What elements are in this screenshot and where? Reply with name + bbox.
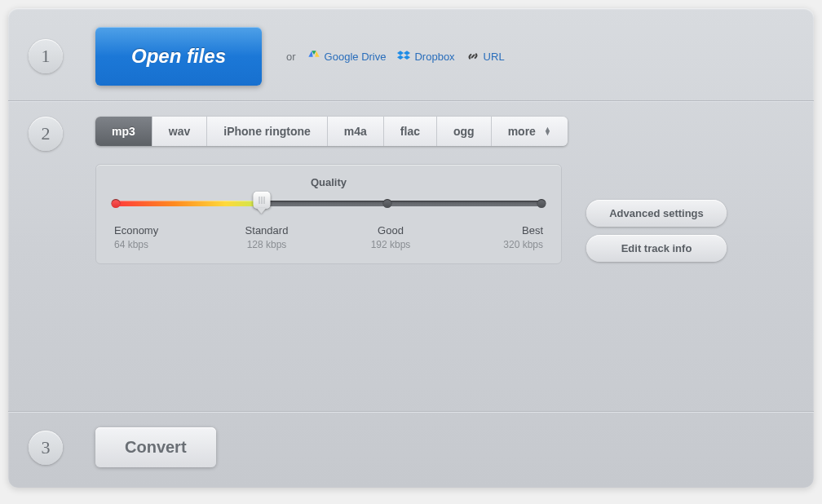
google-drive-label: Google Drive — [325, 51, 387, 63]
step-number-3: 3 — [29, 431, 63, 465]
step-number-1: 1 — [29, 39, 63, 73]
step-2-side-buttons: Advanced settings Edit track info — [586, 200, 727, 264]
quality-bitrate: 64 kbps — [114, 239, 171, 250]
quality-title: Quality — [114, 176, 543, 188]
slider-fill — [116, 201, 262, 206]
format-tab-ogg[interactable]: ogg — [437, 117, 492, 146]
url-label: URL — [484, 51, 505, 63]
format-tab-m4a[interactable]: m4a — [328, 117, 384, 146]
step-2-content: mp3 wav iPhone ringtone m4a flac ogg mor… — [95, 117, 793, 411]
dropbox-icon — [397, 50, 410, 63]
quality-label-best: Best 320 kbps — [486, 224, 543, 250]
format-tab-mp3[interactable]: mp3 — [95, 117, 152, 146]
quality-label-standard: Standard 128 kbps — [238, 224, 295, 250]
convert-button[interactable]: Convert — [95, 427, 216, 467]
quality-name: Economy — [114, 224, 158, 237]
google-drive-icon — [307, 50, 320, 63]
quality-labels: Economy 64 kbps Standard 128 kbps Good 1… — [114, 224, 543, 250]
open-files-button[interactable]: Open files — [95, 27, 262, 86]
chevron-updown-icon: ▲▼ — [544, 127, 551, 135]
quality-label-economy: Economy 64 kbps — [114, 224, 171, 250]
quality-label-good: Good 192 kbps — [362, 224, 419, 250]
step-2-row: 2 mp3 wav iPhone ringtone m4a flac ogg m… — [29, 102, 793, 411]
quality-bitrate: 128 kbps — [238, 239, 295, 250]
dropbox-link[interactable]: Dropbox — [397, 50, 454, 63]
slider-notch-economy — [112, 199, 121, 208]
format-tab-more[interactable]: more ▲▼ — [492, 117, 568, 146]
url-link[interactable]: URL — [466, 50, 505, 63]
slider-notch-good — [383, 199, 392, 208]
more-label: more — [508, 125, 536, 138]
file-sources: or Google Drive Dropbox URL — [286, 50, 505, 63]
slider-notch-best — [537, 199, 546, 208]
dropbox-label: Dropbox — [414, 51, 454, 63]
quality-bitrate: 320 kbps — [486, 239, 543, 250]
advanced-settings-button[interactable]: Advanced settings — [586, 200, 727, 227]
google-drive-link[interactable]: Google Drive — [307, 50, 387, 63]
converter-panel: 1 Open files or Google Drive Dropbox UR — [8, 8, 814, 488]
quality-name: Standard — [245, 224, 289, 237]
quality-name: Good — [378, 224, 404, 237]
slider-thumb[interactable] — [253, 192, 270, 214]
or-text: or — [286, 51, 296, 63]
quality-slider[interactable] — [116, 198, 541, 210]
format-tab-wav[interactable]: wav — [152, 117, 207, 146]
quality-name: Best — [522, 224, 543, 237]
step-1-row: 1 Open files or Google Drive Dropbox UR — [29, 20, 793, 100]
step-3-row: 3 Convert — [29, 413, 793, 467]
step-number-2: 2 — [29, 117, 63, 151]
quality-panel: Quality Economy — [95, 164, 562, 264]
link-icon — [466, 50, 480, 63]
format-tabs: mp3 wav iPhone ringtone m4a flac ogg mor… — [95, 117, 568, 146]
format-tab-flac[interactable]: flac — [384, 117, 437, 146]
quality-bitrate: 192 kbps — [362, 239, 419, 250]
format-tab-iphone[interactable]: iPhone ringtone — [207, 117, 328, 146]
edit-track-info-button[interactable]: Edit track info — [586, 235, 727, 262]
